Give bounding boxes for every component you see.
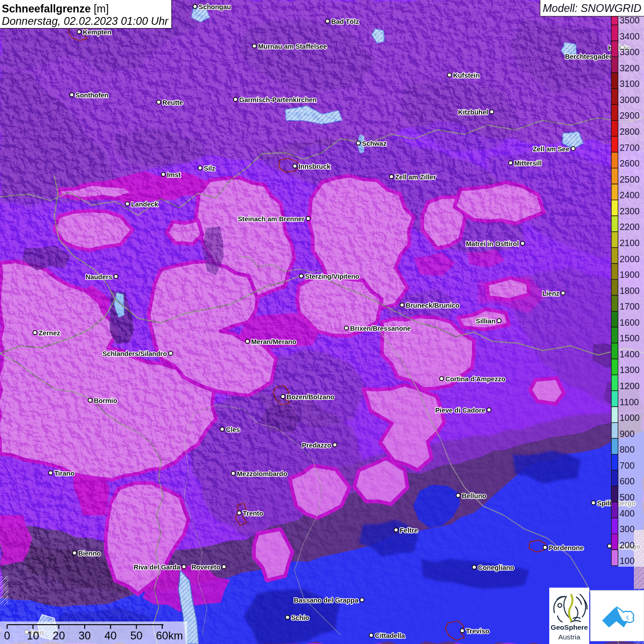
svg-text:40: 40 bbox=[104, 629, 117, 642]
svg-text:3100: 3100 bbox=[620, 79, 640, 89]
svg-text:Murnau am Staffelsee: Murnau am Staffelsee bbox=[258, 43, 327, 50]
svg-text:Reutte: Reutte bbox=[162, 99, 183, 106]
svg-text:2900: 2900 bbox=[620, 110, 640, 121]
svg-text:2800: 2800 bbox=[620, 126, 640, 137]
svg-text:Mezzolombardo: Mezzolombardo bbox=[237, 470, 288, 477]
svg-text:Silz: Silz bbox=[204, 165, 215, 172]
svg-text:Cittadella: Cittadella bbox=[375, 632, 405, 639]
svg-text:Trento: Trento bbox=[243, 510, 263, 517]
svg-text:3000: 3000 bbox=[620, 95, 640, 105]
svg-text:Austria: Austria bbox=[558, 633, 581, 641]
svg-text:3300: 3300 bbox=[620, 47, 640, 57]
svg-text:Bad Tölz: Bad Tölz bbox=[331, 18, 359, 25]
svg-text:Bozen/Bolzano: Bozen/Bolzano bbox=[287, 393, 334, 401]
svg-text:Riva del Garda: Riva del Garda bbox=[133, 564, 180, 571]
svg-text:3400: 3400 bbox=[620, 31, 640, 41]
svg-text:200: 200 bbox=[620, 540, 635, 550]
svg-text:Sterzing/Vipiteno: Sterzing/Vipiteno bbox=[305, 273, 359, 280]
svg-text:1100: 1100 bbox=[620, 397, 639, 407]
svg-text:Predazzo: Predazzo bbox=[302, 442, 331, 449]
svg-text:Bruneck/Brunico: Bruneck/Brunico bbox=[406, 302, 460, 309]
svg-text:Schio: Schio bbox=[291, 614, 310, 621]
svg-text:60km: 60km bbox=[156, 629, 183, 642]
svg-text:Tirano: Tirano bbox=[54, 470, 75, 477]
svg-text:Zernez: Zernez bbox=[39, 329, 60, 337]
svg-text:Sillian: Sillian bbox=[476, 317, 495, 325]
svg-text:700: 700 bbox=[620, 460, 635, 471]
svg-text:Feltre: Feltre bbox=[400, 527, 418, 534]
svg-text:30: 30 bbox=[79, 629, 91, 642]
svg-text:Nauders: Nauders bbox=[86, 273, 112, 281]
svg-text:300: 300 bbox=[620, 524, 635, 534]
svg-text:Bormio: Bormio bbox=[94, 397, 117, 404]
svg-text:1600: 1600 bbox=[620, 317, 640, 328]
svg-text:1300: 1300 bbox=[620, 365, 640, 375]
svg-text:Garmisch-Partenkirchen: Garmisch-Partenkirchen bbox=[239, 96, 316, 104]
svg-text:600: 600 bbox=[620, 476, 635, 486]
svg-text:Belluno: Belluno bbox=[462, 492, 486, 500]
svg-text:Schwaz: Schwaz bbox=[362, 140, 386, 147]
svg-text:Innsbruck: Innsbruck bbox=[299, 163, 331, 170]
svg-text:Modell: SNOWGRID: Modell: SNOWGRID bbox=[543, 2, 641, 14]
svg-text:Landeck: Landeck bbox=[131, 201, 159, 208]
svg-text:1200: 1200 bbox=[620, 381, 640, 391]
svg-text:2700: 2700 bbox=[620, 143, 640, 153]
svg-text:1800: 1800 bbox=[620, 286, 640, 296]
svg-text:Imst: Imst bbox=[167, 171, 181, 178]
svg-text:Matrei in Osttirol: Matrei in Osttirol bbox=[466, 240, 519, 247]
svg-text:2500: 2500 bbox=[620, 174, 640, 184]
svg-text:20: 20 bbox=[53, 629, 65, 642]
svg-text:Zell am Ziller: Zell am Ziller bbox=[395, 173, 436, 181]
svg-text:Bassano del Grappa: Bassano del Grappa bbox=[294, 597, 359, 604]
svg-text:Zell am See: Zell am See bbox=[533, 145, 569, 153]
svg-text:500: 500 bbox=[620, 492, 635, 502]
svg-text:2600: 2600 bbox=[620, 158, 640, 168]
svg-text:Kufstein: Kufstein bbox=[453, 72, 480, 79]
svg-text:800: 800 bbox=[620, 444, 635, 454]
svg-text:Rovereto: Rovereto bbox=[191, 564, 220, 571]
svg-text:900: 900 bbox=[620, 429, 635, 439]
svg-text:1000: 1000 bbox=[620, 413, 640, 423]
svg-text:2100: 2100 bbox=[620, 238, 640, 248]
svg-text:10: 10 bbox=[27, 629, 39, 642]
svg-text:3200: 3200 bbox=[620, 63, 640, 73]
svg-text:2200: 2200 bbox=[620, 222, 640, 232]
svg-text:Berchtesgaden: Berchtesgaden bbox=[565, 53, 613, 60]
svg-text:Mittersill: Mittersill bbox=[514, 160, 542, 167]
svg-text:400: 400 bbox=[620, 508, 635, 518]
svg-text:Brixen/Bressanone: Brixen/Bressanone bbox=[350, 325, 411, 332]
svg-text:Cortina d'Ampezzo: Cortina d'Ampezzo bbox=[445, 375, 506, 383]
svg-text:1400: 1400 bbox=[620, 349, 640, 359]
svg-text:2400: 2400 bbox=[620, 190, 640, 200]
svg-text:Steinach am Brenner: Steinach am Brenner bbox=[238, 215, 305, 223]
svg-text:Treviso: Treviso bbox=[466, 627, 489, 635]
svg-text:Kempten: Kempten bbox=[83, 29, 111, 36]
svg-text:Schongau: Schongau bbox=[199, 3, 231, 11]
svg-text:Bienno: Bienno bbox=[78, 550, 101, 557]
svg-text:Donnerstag, 02.02.2023 01:00 U: Donnerstag, 02.02.2023 01:00 Uhr bbox=[2, 15, 169, 27]
svg-text:Pieve di Cadore: Pieve di Cadore bbox=[435, 407, 485, 414]
svg-text:Pordenone: Pordenone bbox=[549, 544, 584, 552]
svg-text:2300: 2300 bbox=[620, 206, 640, 216]
svg-text:1900: 1900 bbox=[620, 270, 640, 280]
svg-text:Schneefallgrenze [m]: Schneefallgrenze [m] bbox=[2, 3, 109, 15]
svg-text:Kitzbühel: Kitzbühel bbox=[458, 109, 488, 116]
svg-text:Sonthofen: Sonthofen bbox=[75, 92, 109, 99]
svg-text:Lienz: Lienz bbox=[542, 290, 559, 297]
svg-text:Schlanders/Silandro: Schlanders/Silandro bbox=[103, 350, 167, 357]
svg-text:Meran/Merano: Meran/Merano bbox=[251, 338, 296, 345]
svg-text:2000: 2000 bbox=[620, 254, 640, 264]
svg-text:0: 0 bbox=[4, 629, 10, 642]
svg-text:50: 50 bbox=[130, 629, 143, 642]
svg-text:GeoSphere: GeoSphere bbox=[551, 623, 588, 631]
svg-text:Cles: Cles bbox=[226, 426, 240, 433]
svg-text:1700: 1700 bbox=[620, 301, 640, 311]
svg-text:1500: 1500 bbox=[620, 333, 640, 343]
svg-text:3500: 3500 bbox=[620, 15, 640, 25]
svg-text:Conegliano: Conegliano bbox=[478, 564, 514, 571]
svg-text:100: 100 bbox=[620, 556, 635, 566]
